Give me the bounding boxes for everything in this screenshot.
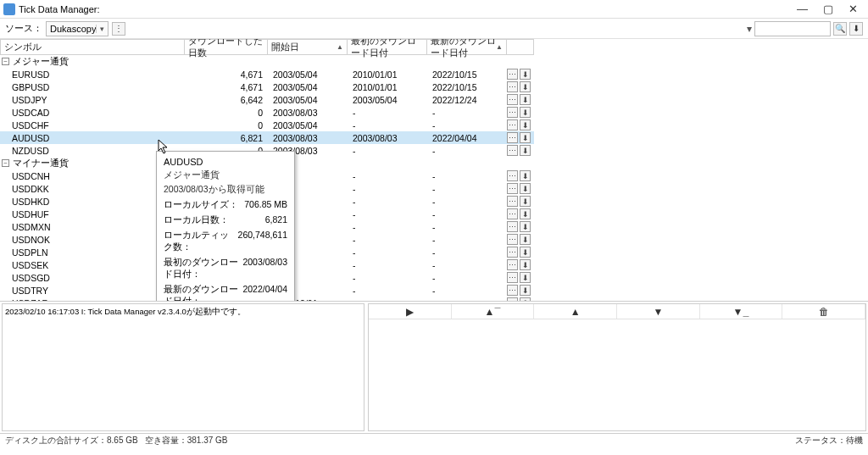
download-icon[interactable]: ⬇ (520, 170, 531, 181)
delete-button[interactable]: 🗑 (782, 304, 865, 319)
cell: 2022/04/04 (427, 133, 507, 143)
filter-icon: ▾ (747, 23, 752, 35)
col-last[interactable]: 最新のダウンロード日付▲ (427, 39, 507, 55)
cell: - (427, 298, 507, 302)
download-icon[interactable]: ⬇ (520, 145, 531, 156)
status-free: 空き容量：381.37 GB (145, 435, 228, 447)
cell: 2022/10/15 (427, 69, 507, 80)
play-button[interactable]: ▶ (369, 304, 452, 319)
download-all-button[interactable]: ⬇ (849, 22, 863, 36)
download-icon[interactable]: ⬇ (520, 119, 531, 130)
download-icon[interactable]: ⬇ (520, 196, 531, 207)
cell: - (427, 209, 507, 219)
edit-icon[interactable]: ⋯ (507, 272, 518, 283)
cell: - (348, 197, 427, 207)
edit-icon[interactable]: ⋯ (507, 285, 518, 296)
cell: - (427, 197, 507, 207)
download-icon[interactable]: ⬇ (520, 297, 531, 302)
download-icon[interactable]: ⬇ (520, 81, 531, 92)
edit-icon[interactable]: ⋯ (507, 208, 518, 219)
edit-icon[interactable]: ⋯ (507, 107, 518, 118)
collapse-icon[interactable]: − (2, 58, 9, 65)
tooltip-title: AUDUSD (164, 157, 287, 167)
log-panel: 2023/02/10 16:17:03 I: Tick Data Manager… (2, 303, 364, 431)
col-first[interactable]: 最初のダウンロード日付 (348, 39, 427, 55)
download-icon[interactable]: ⬇ (520, 94, 531, 105)
table-row[interactable]: USDCAD02003/08/03--⋯⬇ (0, 106, 534, 119)
download-icon[interactable]: ⬇ (520, 208, 531, 219)
search-input[interactable] (754, 21, 831, 36)
playback-controls: ▶ ▲— ▲ ▼ ▼— 🗑 (369, 304, 865, 319)
edit-icon[interactable]: ⋯ (507, 119, 518, 130)
edit-icon[interactable]: ⋯ (507, 196, 518, 207)
cell: 0 (185, 120, 268, 130)
maximize-button[interactable]: ▢ (823, 3, 833, 15)
cell: 2003/08/03 (348, 133, 427, 143)
download-icon[interactable]: ⬇ (520, 69, 531, 80)
cell: - (427, 120, 507, 130)
collapse-icon[interactable]: − (2, 159, 9, 167)
col-start[interactable]: 開始日▲ (268, 39, 348, 55)
download-icon[interactable]: ⬇ (520, 132, 531, 143)
cell: - (348, 235, 427, 245)
table-row[interactable]: EURUSD4,6712003/05/042010/01/012022/10/1… (0, 68, 534, 80)
download-icon[interactable]: ⬇ (520, 183, 531, 194)
source-value: Dukascopy (47, 24, 96, 34)
edit-icon[interactable]: ⋯ (507, 81, 518, 92)
edit-icon[interactable]: ⋯ (507, 145, 518, 156)
menu-button[interactable]: ⋮ (112, 22, 125, 36)
tt-val: 260,748,611 (238, 230, 287, 253)
down-button[interactable]: ▼ (617, 304, 700, 319)
edit-icon[interactable]: ⋯ (507, 69, 518, 80)
edit-icon[interactable]: ⋯ (507, 132, 518, 143)
search-button[interactable]: 🔍 (833, 22, 847, 36)
cell: - (348, 298, 427, 302)
edit-icon[interactable]: ⋯ (507, 221, 518, 232)
col-symbol[interactable]: シンボル (0, 39, 185, 55)
cell: 6,821 (185, 133, 268, 143)
cell: 2003/05/04 (268, 82, 348, 92)
source-dropdown[interactable]: Dukascopy ▾ (46, 21, 108, 36)
download-icon[interactable]: ⬇ (520, 247, 531, 258)
search-bar: ▾ 🔍 ⬇ (747, 21, 863, 36)
table-row[interactable]: USDCHF02003/05/04--⋯⬇ (0, 119, 534, 131)
cell: 4,671 (185, 69, 268, 80)
edit-icon[interactable]: ⋯ (507, 183, 518, 194)
download-icon[interactable]: ⬇ (520, 234, 531, 245)
cell: - (427, 184, 507, 194)
col-days[interactable]: ダウンロードした日数 (185, 39, 268, 55)
app-icon (3, 3, 15, 15)
cell: 4,671 (185, 82, 268, 92)
download-icon[interactable]: ⬇ (520, 107, 531, 118)
window-title: Tick Data Manager: (19, 4, 797, 14)
edit-icon[interactable]: ⋯ (507, 94, 518, 105)
edit-icon[interactable]: ⋯ (507, 234, 518, 245)
download-icon[interactable]: ⬇ (520, 259, 531, 270)
cell: - (348, 146, 427, 156)
table-row[interactable]: AUDUSD6,8212003/08/032003/08/032022/04/0… (0, 131, 534, 144)
cell: - (427, 235, 507, 245)
tt-key: ローカルティック数： (164, 230, 238, 253)
skip-up-button[interactable]: ▲— (452, 304, 535, 319)
edit-icon[interactable]: ⋯ (507, 297, 518, 302)
cell: - (427, 273, 507, 283)
up-button[interactable]: ▲ (534, 304, 617, 319)
close-button[interactable]: ✕ (849, 3, 858, 15)
edit-icon[interactable]: ⋯ (507, 259, 518, 270)
cell: - (348, 184, 427, 194)
minimize-button[interactable]: — (797, 3, 808, 15)
status-state: ステータス：待機 (795, 435, 863, 447)
cell: - (348, 273, 427, 283)
download-icon[interactable]: ⬇ (520, 221, 531, 232)
edit-icon[interactable]: ⋯ (507, 247, 518, 258)
edit-icon[interactable]: ⋯ (507, 170, 518, 181)
table-row[interactable]: USDJPY6,6422003/05/042003/05/042022/12/2… (0, 93, 534, 106)
sort-asc-icon: ▲ (337, 43, 343, 51)
table-row[interactable]: GBPUSD4,6712003/05/042010/01/012022/10/1… (0, 80, 534, 93)
download-icon[interactable]: ⬇ (520, 272, 531, 283)
toolbar: ソース： Dukascopy ▾ ⋮ ▾ 🔍 ⬇ (0, 19, 868, 39)
tt-key: 最新のダウンロード日付： (164, 284, 242, 302)
skip-down-button[interactable]: ▼— (700, 304, 783, 319)
download-icon[interactable]: ⬇ (520, 285, 531, 296)
tt-key: ローカルサイズ： (164, 199, 238, 211)
